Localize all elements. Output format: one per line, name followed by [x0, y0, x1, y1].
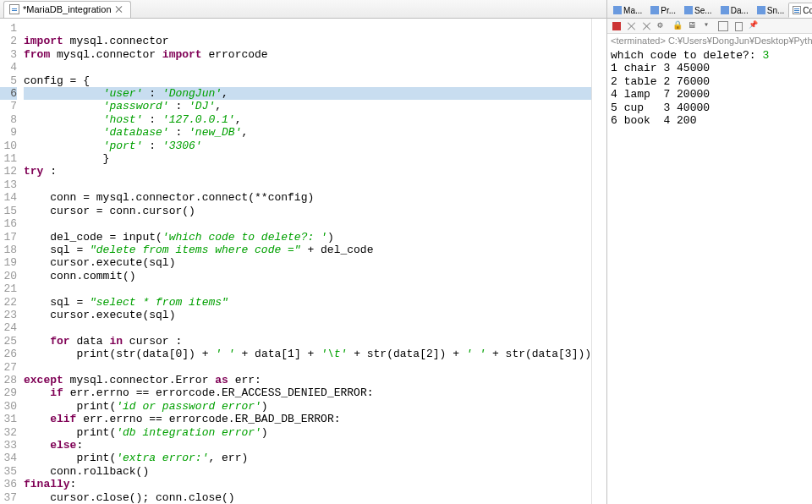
code-line[interactable]: [24, 361, 591, 374]
console-output[interactable]: which code to delete?: 31 chair 3 450002…: [607, 47, 812, 504]
page-icon[interactable]: [717, 20, 729, 32]
code-line[interactable]: except mysql.connector.Error as err:: [24, 374, 591, 386]
tab-view[interactable]: Se...: [680, 3, 716, 18]
console-row: 4 lamp 7 20000: [611, 88, 812, 101]
console-panel: Ma...Pr...Se...Da...Sn... Co... <termina…: [607, 0, 812, 504]
code-line[interactable]: if err.errno == errorcode.ER_ACCESS_DENI…: [24, 386, 591, 399]
code-line[interactable]: [24, 61, 591, 74]
terminate-icon[interactable]: [611, 20, 623, 32]
remove-all-icon[interactable]: [641, 20, 653, 32]
code-line[interactable]: sql = "select * from items": [24, 296, 591, 309]
tab-console[interactable]: Co...: [788, 3, 812, 18]
code-line[interactable]: finally:: [24, 478, 591, 490]
overview-ruler[interactable]: [591, 19, 606, 504]
view-tabbar: Ma...Pr...Se...Da...Sn... Co...: [607, 0, 812, 19]
code-line[interactable]: 'password' : 'DJ',: [24, 100, 591, 112]
code-line[interactable]: 'database' : 'new_DB',: [24, 126, 591, 139]
view-icon: [613, 6, 622, 14]
tab-label: Da...: [731, 6, 749, 15]
view-icon: [721, 6, 729, 14]
code-line[interactable]: sql = "delete from items where code =" +…: [24, 244, 591, 256]
code-line[interactable]: conn = mysql.connector.connect(**config): [24, 191, 591, 204]
console-row: 2 table 2 76000: [611, 75, 812, 88]
code-line[interactable]: [24, 282, 591, 295]
code-line[interactable]: [24, 321, 591, 334]
pin-icon[interactable]: [748, 20, 760, 32]
editor-tabbar: *MariaDB_integration: [0, 0, 606, 19]
lock-icon[interactable]: [672, 20, 683, 32]
code-line[interactable]: import mysql.connector: [24, 35, 591, 47]
code-line[interactable]: cursor.execute(sql): [24, 309, 591, 321]
line-number-gutter: 1234567891011121314151617181920212223242…: [0, 19, 20, 504]
code-line[interactable]: [24, 178, 591, 191]
editor-panel: *MariaDB_integration 1234567891011121314…: [0, 0, 607, 504]
code-line[interactable]: [24, 22, 591, 35]
code-line[interactable]: elif err.errno == errorcode.ER_BAD_DB_ER…: [24, 413, 591, 425]
code-line[interactable]: }: [24, 152, 591, 165]
console-prompt: which code to delete?:: [611, 49, 762, 62]
console-row: 6 book 4 200: [611, 114, 812, 127]
code-line[interactable]: 'host' : '127.0.0.1',: [24, 113, 591, 126]
code-line[interactable]: cursor.close(); conn.close(): [24, 491, 591, 504]
chevron-down-icon[interactable]: [702, 20, 714, 32]
code-lines[interactable]: import mysql.connectorfrom mysql.connect…: [20, 19, 591, 504]
code-line[interactable]: for data in cursor :: [24, 335, 591, 348]
tab-view[interactable]: Sn...: [753, 3, 789, 18]
code-line[interactable]: cursor = conn.cursor(): [24, 205, 591, 217]
console-toolbar: [607, 19, 812, 34]
code-line[interactable]: print('extra error:', err): [24, 452, 591, 464]
code-line[interactable]: 'user' : 'DongJun',: [24, 87, 591, 100]
console-status: <terminated> C:¥Users¥DongJun¥Desktop¥Py…: [607, 34, 812, 47]
tab-view[interactable]: Pr...: [646, 3, 680, 18]
view-icon: [757, 6, 765, 14]
tab-view[interactable]: Ma...: [609, 3, 646, 18]
code-line[interactable]: print('db integration error'): [24, 426, 591, 439]
code-line[interactable]: cursor.execute(sql): [24, 256, 591, 269]
code-line[interactable]: try :: [24, 165, 591, 178]
code-line[interactable]: else:: [24, 439, 591, 452]
view-icon: [650, 6, 659, 14]
view-icon: [684, 6, 693, 14]
console-icon: [793, 6, 801, 14]
tab-label: Se...: [694, 6, 712, 15]
code-line[interactable]: del_code = input('which code to delete?:…: [24, 231, 591, 244]
editor-tab[interactable]: *MariaDB_integration: [3, 1, 131, 18]
console-input-echo: 3: [762, 49, 769, 62]
code-line[interactable]: print('id or password error'): [24, 400, 591, 413]
code-line[interactable]: config = {: [24, 74, 591, 87]
display-icon[interactable]: [687, 20, 699, 32]
tab-label: Co...: [803, 6, 812, 15]
close-icon[interactable]: [115, 5, 123, 14]
code-line[interactable]: 'port' : '3306': [24, 140, 591, 152]
remove-launch-icon[interactable]: [626, 20, 638, 32]
tab-label: Sn...: [767, 6, 785, 15]
clipboard-icon[interactable]: [732, 20, 744, 32]
code-line[interactable]: conn.commit(): [24, 270, 591, 282]
console-row: 1 chair 3 45000: [611, 62, 812, 74]
console-row: 5 cup 3 40000: [611, 101, 812, 114]
tab-label: Pr...: [661, 6, 676, 15]
editor-tab-label: *MariaDB_integration: [23, 4, 112, 14]
python-file-icon: [9, 4, 19, 14]
code-line[interactable]: conn.rollback(): [24, 465, 591, 478]
tab-view[interactable]: Da...: [716, 3, 753, 18]
gear-icon[interactable]: [656, 20, 668, 32]
code-line[interactable]: from mysql.connector import errorcode: [24, 48, 591, 61]
code-area[interactable]: 1234567891011121314151617181920212223242…: [0, 19, 606, 504]
tab-label: Ma...: [623, 6, 642, 15]
code-line[interactable]: [24, 217, 591, 230]
code-line[interactable]: print(str(data[0]) + ' ' + data[1] + '\t…: [24, 348, 591, 360]
